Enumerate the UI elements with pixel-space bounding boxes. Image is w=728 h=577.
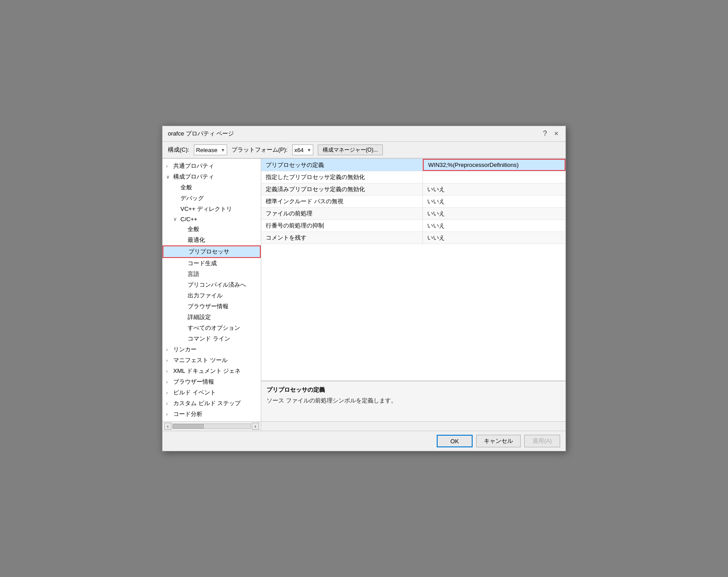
prop-row-ignore-std-include[interactable]: 標準インクルード パスの無視いいえ — [261, 196, 566, 208]
prop-name-undefine-defs: 指定したプリプロセッサ定義の無効化 — [261, 171, 423, 183]
sidebar-item-general[interactable]: 全般 — [162, 182, 261, 193]
platform-label: プラットフォーム(P): — [232, 146, 288, 154]
prop-value-undefine-all: いいえ — [423, 184, 566, 195]
apply-button[interactable]: 適用(A) — [524, 435, 560, 447]
prop-name-preprocess-file: ファイルの前処理 — [261, 208, 423, 219]
sidebar-label-config-props: 構成プロパティ — [173, 173, 214, 181]
sidebar-label-precompiled: プリコンパイル済みへ — [188, 281, 246, 289]
help-button[interactable]: ? — [541, 130, 549, 138]
sidebar-item-custom-build[interactable]: ›カスタム ビルド ステップ — [162, 398, 261, 409]
tree-toggle-custom-build[interactable]: › — [166, 401, 171, 406]
tree-toggle-code-analysis[interactable]: › — [166, 411, 171, 417]
sidebar-item-xml-doc-gen[interactable]: ›XML ドキュメント ジェネ — [162, 366, 261, 376]
config-label: 構成(C): — [168, 146, 189, 154]
sidebar-item-browser-info[interactable]: ブラウザー情報 — [162, 301, 261, 312]
sidebar-item-config-props[interactable]: ∨構成プロパティ — [162, 171, 261, 182]
sidebar-label-shared-props: 共通プロパティ — [173, 162, 214, 170]
tree-toggle-manifest-tool[interactable]: › — [166, 358, 171, 363]
sidebar-item-linker[interactable]: ›リンカー — [162, 344, 261, 355]
prop-name-preprocessor-defs: プリプロセッサの定義 — [261, 159, 423, 171]
properties-dialog: orafce プロパティ ページ ? × 構成(C): Release ▼ プラ… — [162, 126, 566, 451]
scroll-right-button[interactable]: › — [252, 423, 259, 430]
content-scrollbar-spacer — [261, 422, 566, 431]
sidebar-item-vcpp-dirs[interactable]: VC++ ディレクトリ — [162, 204, 261, 214]
sidebar-item-cpp-optimize[interactable]: 最適化 — [162, 235, 261, 245]
sidebar-item-preprocessor[interactable]: プリプロセッサ — [162, 245, 261, 258]
sidebar-label-general: 全般 — [180, 184, 192, 192]
sidebar-item-cpp-general[interactable]: 全般 — [162, 224, 261, 235]
sidebar-item-advanced[interactable]: 詳細設定 — [162, 312, 261, 323]
sidebar-item-language[interactable]: 言語 — [162, 269, 261, 280]
main-area: ›共通プロパティ∨構成プロパティ全般デバッグVC++ ディレクトリ∨C/C++全… — [162, 158, 566, 421]
prop-value-preprocessor-defs: WIN32;%(PreprocessorDefinitions) — [423, 159, 566, 171]
sidebar-item-output-files[interactable]: 出力ファイル — [162, 290, 261, 301]
prop-value-suppress-line: いいえ — [423, 220, 566, 232]
sidebar-label-vcpp-dirs: VC++ ディレクトリ — [180, 205, 232, 213]
sidebar-item-build-events[interactable]: ›ビルド イベント — [162, 387, 261, 398]
config-manager-button[interactable]: 構成マネージャー(O)... — [318, 144, 383, 155]
sidebar-item-manifest-tool[interactable]: ›マニフェスト ツール — [162, 355, 261, 366]
sidebar-item-code-analysis[interactable]: ›コード分析 — [162, 409, 261, 420]
sidebar-item-debug[interactable]: デバッグ — [162, 193, 261, 204]
tree-toggle-cpp[interactable]: ∨ — [173, 216, 179, 222]
tree-toggle-xml-doc-gen[interactable]: › — [166, 368, 171, 374]
title-bar: orafce プロパティ ページ ? × — [162, 126, 566, 142]
tree-toggle-shared-props[interactable]: › — [166, 163, 171, 169]
scroll-left-button[interactable]: ‹ — [164, 423, 171, 430]
prop-row-undefine-all[interactable]: 定義済みプリプロセッサ定義の無効化いいえ — [261, 184, 566, 196]
sidebar-item-code-gen[interactable]: コード生成 — [162, 258, 261, 269]
toolbar: 構成(C): Release ▼ プラットフォーム(P): x64 ▼ 構成マネ… — [162, 142, 566, 158]
prop-row-keep-comments[interactable]: コメントを残すいいえ — [261, 232, 566, 244]
sidebar-label-build-events: ビルド イベント — [173, 389, 216, 397]
sidebar-label-custom-build: カスタム ビルド ステップ — [173, 399, 241, 407]
sidebar-label-code-gen: コード生成 — [188, 259, 217, 267]
sidebar-item-browser-info2[interactable]: ›ブラウザー情報 — [162, 376, 261, 387]
sidebar-label-cpp-general: 全般 — [188, 225, 199, 233]
description-text: ソース ファイルの前処理シンボルを定義します。 — [267, 397, 560, 405]
config-select-wrapper[interactable]: Release ▼ — [194, 144, 227, 155]
cancel-button[interactable]: キャンセル — [476, 435, 521, 447]
description-title: プリプロセッサの定義 — [267, 386, 560, 394]
tree-toggle-build-events[interactable]: › — [166, 390, 171, 395]
prop-name-keep-comments: コメントを残す — [261, 232, 423, 244]
sidebar-label-language: 言語 — [188, 270, 199, 278]
platform-select-wrapper[interactable]: x64 ▼ — [292, 144, 313, 155]
sidebar-scrollbar-area: ‹ › — [162, 422, 261, 431]
properties-table: プリプロセッサの定義WIN32;%(PreprocessorDefinition… — [261, 159, 566, 381]
sidebar-label-browser-info: ブラウザー情報 — [188, 302, 228, 310]
sidebar-label-advanced: 詳細設定 — [188, 313, 211, 321]
dialog-title: orafce プロパティ ページ — [168, 130, 234, 138]
sidebar-label-linker: リンカー — [173, 345, 197, 354]
close-button[interactable]: × — [553, 130, 560, 138]
sidebar-label-browser-info2: ブラウザー情報 — [173, 378, 214, 386]
prop-value-preprocess-file: いいえ — [423, 208, 566, 219]
prop-row-undefine-defs[interactable]: 指定したプリプロセッサ定義の無効化 — [261, 171, 566, 184]
sidebar: ›共通プロパティ∨構成プロパティ全般デバッグVC++ ディレクトリ∨C/C++全… — [162, 159, 261, 421]
h-scrollbar[interactable] — [172, 424, 251, 429]
sidebar-label-cpp: C/C++ — [180, 216, 197, 223]
sidebar-item-shared-props[interactable]: ›共通プロパティ — [162, 161, 261, 171]
bottom-scroll-area: ‹ › — [162, 421, 566, 431]
prop-name-suppress-line: 行番号の前処理の抑制 — [261, 220, 423, 232]
sidebar-item-all-options[interactable]: すべてのオプション — [162, 323, 261, 333]
prop-name-ignore-std-include: 標準インクルード パスの無視 — [261, 196, 423, 207]
platform-select[interactable]: x64 — [292, 144, 313, 155]
title-bar-buttons: ? × — [541, 130, 560, 138]
description-panel: プリプロセッサの定義 ソース ファイルの前処理シンボルを定義します。 — [261, 381, 566, 421]
sidebar-label-xml-doc-gen: XML ドキュメント ジェネ — [173, 367, 241, 375]
prop-row-preprocessor-defs[interactable]: プリプロセッサの定義WIN32;%(PreprocessorDefinition… — [261, 159, 566, 171]
tree-toggle-config-props[interactable]: ∨ — [166, 174, 171, 180]
ok-button[interactable]: OK — [437, 435, 473, 447]
sidebar-label-all-options: すべてのオプション — [188, 324, 240, 332]
config-select[interactable]: Release — [194, 144, 227, 155]
prop-value-undefine-defs — [423, 171, 566, 183]
sidebar-item-cmdline[interactable]: コマンド ライン — [162, 333, 261, 344]
sidebar-item-cpp[interactable]: ∨C/C++ — [162, 214, 261, 224]
tree-toggle-browser-info2[interactable]: › — [166, 379, 171, 385]
sidebar-label-code-analysis: コード分析 — [173, 410, 202, 418]
sidebar-item-precompiled[interactable]: プリコンパイル済みへ — [162, 280, 261, 290]
prop-row-suppress-line[interactable]: 行番号の前処理の抑制いいえ — [261, 220, 566, 232]
prop-name-undefine-all: 定義済みプリプロセッサ定義の無効化 — [261, 184, 423, 195]
prop-row-preprocess-file[interactable]: ファイルの前処理いいえ — [261, 208, 566, 220]
tree-toggle-linker[interactable]: › — [166, 347, 171, 352]
